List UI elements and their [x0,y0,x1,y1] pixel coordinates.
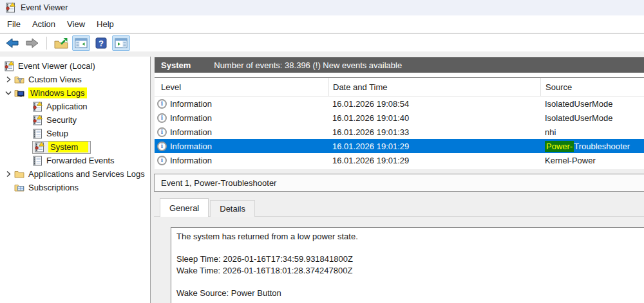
tree-item-label: Subscriptions [28,183,79,192]
menu-bar: File Action View Help [0,15,644,33]
help-icon [95,37,108,50]
date-text: 16.01.2026 19:01:33 [328,127,540,137]
chevron-right-icon[interactable] [3,170,14,178]
forward-icon [24,37,40,50]
open-saved-log-button[interactable] [52,35,70,51]
tree-item-forwarded-events[interactable]: Forwarded Events [0,154,150,167]
tree-item-label: Security [46,115,77,125]
tree-item-windows-logs[interactable]: Windows Logs [0,86,150,100]
menu-help[interactable]: Help [91,17,120,32]
level-text: Information [170,142,212,151]
tree-item-system[interactable]: System [0,140,150,154]
tree-item-label: Custom Views [28,75,82,84]
level-text: Information [170,156,212,165]
toolbar [0,34,644,51]
tree-item-application[interactable]: Application [0,100,150,113]
tree-item-applications-and-services-logs[interactable]: Applications and Services Logs [0,167,150,181]
menu-action[interactable]: Action [26,17,61,32]
list-header: Level Date and Time Source [155,78,644,96]
chevron-right-icon[interactable] [3,75,14,84]
forward-button[interactable] [23,35,41,51]
tree-item-security[interactable]: Security [0,113,150,127]
tree-item-custom-views[interactable]: Custom Views [0,73,150,86]
level-text: Information [170,113,212,123]
tree-item-label: Application [46,102,88,111]
tree-item-label: Forwarded Events [46,156,115,165]
level-text: Information [170,99,212,109]
information-icon [157,99,167,109]
subscriptions-icon [14,183,24,193]
tree-item-label: Windows Logs [28,87,87,98]
back-button[interactable] [3,35,21,51]
tree-item-label: Event Viewer (Local) [18,61,95,71]
toggle-action-pane-button[interactable] [112,35,130,51]
source-text: IsolatedUserMode [540,99,644,109]
column-header-date-and-time[interactable]: Date and Time [328,78,540,96]
log-header-bar: System Number of events: 38.396 (!) New … [155,57,644,73]
tree-item-setup[interactable]: Setup [0,127,150,140]
toolbar-separator [46,37,47,50]
setup-log-icon [32,129,43,139]
source-text: nhi [540,127,644,137]
level-text: Information [170,127,212,137]
event-viewer-icon [4,61,14,71]
tab-general[interactable]: General [160,198,209,217]
event-row-selected[interactable]: Information 16.01.2026 19:01:29 Power-Tr… [155,139,644,153]
console-tree: Event Viewer (Local) Custom Views Window… [0,57,151,303]
event-detail-title: Event 1, Power-Troubleshooter [154,174,644,192]
event-list: Level Date and Time Source Information 1… [155,73,644,169]
title-bar[interactable]: Event Viewer [0,0,644,15]
event-row[interactable]: Information 16.01.2026 19:08:54 Isolated… [155,96,644,111]
action-pane-icon [113,37,129,50]
source-rest: Troubleshooter [574,142,630,151]
column-header-level[interactable]: Level [155,78,328,96]
event-description[interactable]: The system has returned from a low power… [171,227,644,303]
information-icon [157,127,167,137]
column-header-source[interactable]: Source [540,78,644,96]
log-status: Number of events: 38.396 (!) New events … [214,60,402,70]
event-row[interactable]: Information 16.01.2026 19:01:40 Isolated… [155,111,644,125]
event-detail-pane: Event 1, Power-Troubleshooter General De… [154,174,644,303]
source-text: IsolatedUserMode [540,113,644,123]
event-detail-title-text: Event 1, Power-Troubleshooter [161,178,276,188]
search-highlight: Power- [545,141,574,152]
custom-views-icon [14,75,24,85]
event-row[interactable]: Information 16.01.2026 19:01:29 Kernel-P… [155,153,644,167]
window-title: Event Viewer [21,3,68,12]
chevron-down-icon[interactable] [3,89,14,97]
selected-tree-node: System [32,141,91,154]
help-button[interactable] [92,35,110,51]
tree-item-label: System [48,142,88,152]
toggle-console-tree-button[interactable] [72,35,90,51]
open-saved-log-icon [53,37,69,50]
windows-logs-icon [14,88,24,98]
source-text: Power-Troubleshooter [540,142,644,151]
source-text: Kernel-Power [540,156,644,165]
application-log-icon [32,102,43,112]
tree-item-label: Applications and Services Logs [28,169,145,179]
information-icon [157,156,167,165]
tree-item-event-viewer-local[interactable]: Event Viewer (Local) [0,59,150,73]
log-name: System [155,60,191,70]
console-tree-icon [73,37,89,50]
event-viewer-window: Event Viewer File Action View Help Event… [0,0,644,303]
security-log-icon [32,115,43,125]
back-icon [5,37,20,50]
event-row[interactable]: Information 16.01.2026 19:01:33 nhi [155,125,644,139]
tree-item-subscriptions[interactable]: Subscriptions [0,181,150,194]
detail-tabs: General Details [160,198,256,217]
tab-details[interactable]: Details [210,200,255,217]
forwarded-events-log-icon [32,156,43,166]
tree-item-label: Setup [46,129,68,138]
date-text: 16.01.2026 19:01:29 [328,156,540,165]
date-text: 16.01.2026 19:01:29 [328,142,540,151]
date-text: 16.01.2026 19:08:54 [328,99,540,109]
date-text: 16.01.2026 19:01:40 [328,113,540,123]
event-viewer-icon [5,3,15,13]
system-log-icon [34,142,44,152]
menu-file[interactable]: File [1,17,26,32]
information-icon [157,113,167,123]
folder-icon [14,169,24,179]
menu-view[interactable]: View [61,17,91,32]
information-icon [157,142,167,151]
